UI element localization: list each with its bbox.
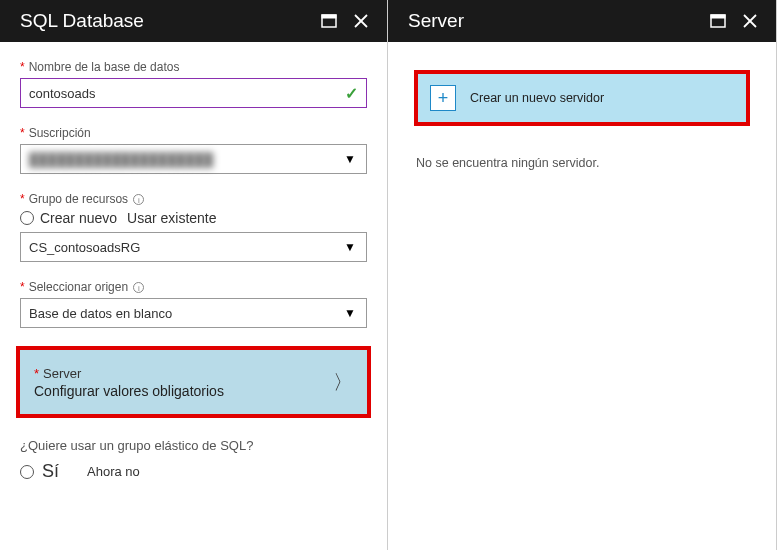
chevron-down-icon: ▼: [344, 152, 356, 166]
resource-group-field: *Grupo de recursos i Crear nuevo Usar ex…: [20, 192, 367, 262]
restore-button[interactable]: [315, 7, 343, 35]
server-picker-highlight: *Server Configurar valores obligatorios …: [16, 346, 371, 418]
no-server-message: No se encuentra ningún servidor.: [414, 156, 750, 170]
server-picker-label: Server: [43, 366, 81, 381]
blade-title: Server: [408, 10, 700, 32]
create-server-tile[interactable]: + Crear un nuevo servidor: [418, 74, 746, 122]
svg-rect-1: [322, 15, 336, 18]
subscription-field: *Suscripción ████████████████████ ▼: [20, 126, 367, 174]
elastic-no-label: Ahora no: [87, 464, 140, 479]
chevron-down-icon: ▼: [344, 240, 356, 254]
plus-icon: +: [430, 85, 456, 111]
db-name-field: *Nombre de la base de datos contosoads ✓: [20, 60, 367, 108]
create-new-radio[interactable]: [20, 211, 34, 225]
blade-header: Server: [388, 0, 776, 42]
resource-group-label: *Grupo de recursos i: [20, 192, 367, 206]
blade-header: SQL Database: [0, 0, 387, 42]
db-name-label: *Nombre de la base de datos: [20, 60, 367, 74]
chevron-down-icon: ▼: [344, 306, 356, 320]
restore-button[interactable]: [704, 7, 732, 35]
resource-group-value: CS_contosoadsRG: [29, 240, 140, 255]
elastic-yes-radio[interactable]: [20, 465, 34, 479]
db-name-input[interactable]: contosoads ✓: [20, 78, 367, 108]
close-button[interactable]: [736, 7, 764, 35]
svg-rect-5: [711, 15, 725, 18]
sql-database-blade: SQL Database *Nombre de la base de datos…: [0, 0, 388, 550]
db-name-value: contosoads: [29, 86, 96, 101]
valid-check-icon: ✓: [345, 84, 358, 103]
subscription-value: ████████████████████: [29, 152, 213, 167]
elastic-pool-question: ¿Quiere usar un grupo elástico de SQL?: [20, 438, 367, 453]
use-existing-label: Usar existente: [127, 210, 216, 226]
server-blade: Server + Crear un nuevo servidor No se e…: [388, 0, 777, 550]
blade-body: + Crear un nuevo servidor No se encuentr…: [388, 42, 776, 550]
source-select[interactable]: Base de datos en blanco ▼: [20, 298, 367, 328]
source-label: *Seleccionar origen i: [20, 280, 367, 294]
create-server-highlight: + Crear un nuevo servidor: [414, 70, 750, 126]
subscription-label: *Suscripción: [20, 126, 367, 140]
info-icon[interactable]: i: [133, 282, 144, 293]
close-button[interactable]: [347, 7, 375, 35]
blade-body: *Nombre de la base de datos contosoads ✓…: [0, 42, 387, 550]
source-value: Base de datos en blanco: [29, 306, 172, 321]
elastic-yes-label: Sí: [42, 461, 59, 482]
server-picker[interactable]: *Server Configurar valores obligatorios …: [20, 350, 367, 414]
create-new-label: Crear nuevo: [40, 210, 117, 226]
source-field: *Seleccionar origen i Base de datos en b…: [20, 280, 367, 328]
create-server-label: Crear un nuevo servidor: [470, 91, 604, 105]
elastic-pool-options: Sí Ahora no: [20, 461, 367, 482]
resource-group-mode: Crear nuevo Usar existente: [20, 210, 367, 226]
chevron-right-icon: 〉: [333, 369, 353, 396]
server-picker-value: Configurar valores obligatorios: [34, 383, 333, 399]
blade-title: SQL Database: [20, 10, 311, 32]
resource-group-select[interactable]: CS_contosoadsRG ▼: [20, 232, 367, 262]
info-icon[interactable]: i: [133, 194, 144, 205]
subscription-select[interactable]: ████████████████████ ▼: [20, 144, 367, 174]
